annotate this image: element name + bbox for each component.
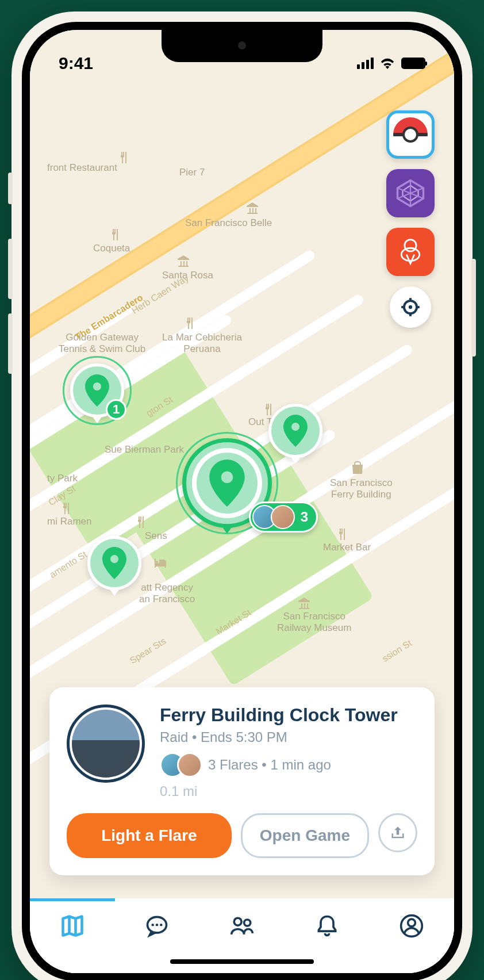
battery-icon bbox=[401, 58, 425, 69]
tab-notifications[interactable] bbox=[313, 912, 341, 940]
map-label: Coqueta bbox=[93, 243, 130, 254]
svg-point-20 bbox=[408, 919, 416, 927]
hotel-poi-icon bbox=[153, 556, 167, 570]
map-pin[interactable] bbox=[268, 404, 322, 458]
restaurant-poi-icon bbox=[59, 502, 72, 515]
friends-icon bbox=[229, 913, 255, 939]
cellular-signal-icon bbox=[357, 58, 374, 69]
museum-poi-icon bbox=[245, 201, 259, 215]
shopping-poi-icon bbox=[351, 461, 364, 475]
tab-map[interactable] bbox=[59, 912, 86, 940]
pin-marker-icon bbox=[102, 547, 127, 579]
crosshair-icon bbox=[400, 296, 421, 318]
status-time: 9:41 bbox=[59, 53, 93, 73]
phone-silence-switch bbox=[8, 173, 13, 204]
map-label: Sue Bierman Park bbox=[105, 444, 184, 455]
map-label: San Francisco Ferry Building bbox=[330, 477, 393, 501]
pokeball-icon bbox=[393, 117, 428, 152]
screen: 9:41 bbox=[30, 30, 454, 973]
flares-text: 3 Flares • 1 min ago bbox=[208, 757, 331, 773]
tab-chat[interactable] bbox=[143, 912, 171, 940]
phone-power-button bbox=[471, 259, 476, 357]
map-label: mi Ramen bbox=[47, 516, 91, 527]
map-label: att Regency an Francisco bbox=[139, 582, 195, 606]
restaurant-poi-icon bbox=[182, 316, 196, 330]
bell-icon bbox=[314, 913, 340, 939]
map-label: Golden Gateway Tennis & Swim Club bbox=[59, 332, 145, 355]
open-game-button[interactable]: Open Game bbox=[241, 813, 369, 858]
museum-poi-icon bbox=[297, 596, 311, 610]
pikmin-bloom-button[interactable] bbox=[386, 228, 435, 276]
restaurant-poi-icon bbox=[335, 527, 348, 541]
map-label: La Mar Cebicheria Peruana bbox=[162, 332, 242, 355]
map-label: Pier 7 bbox=[179, 167, 205, 178]
map-label: San Francisco Belle bbox=[185, 217, 272, 229]
flare-avatars bbox=[160, 752, 202, 778]
phone-frame: 9:41 bbox=[11, 12, 473, 980]
map-pin-selected[interactable]: 3 bbox=[182, 438, 272, 528]
avatar bbox=[177, 752, 202, 778]
map-label: ty Park bbox=[47, 473, 78, 484]
pin-marker-icon bbox=[84, 374, 110, 407]
svg-point-18 bbox=[244, 920, 251, 926]
cluster-count: 3 bbox=[301, 509, 308, 525]
location-title: Ferry Building Clock Tower bbox=[160, 705, 417, 726]
map-pin[interactable] bbox=[87, 536, 141, 590]
restaurant-poi-icon bbox=[133, 515, 147, 529]
restaurant-poi-icon bbox=[116, 151, 130, 164]
tab-friends[interactable] bbox=[228, 912, 256, 940]
location-image bbox=[67, 705, 145, 783]
svg-point-5 bbox=[401, 248, 420, 261]
map-label: front Restaurant bbox=[47, 162, 117, 174]
map-icon bbox=[60, 913, 85, 939]
home-indicator[interactable] bbox=[170, 959, 314, 964]
svg-point-16 bbox=[160, 924, 163, 926]
avatar-cluster[interactable]: 3 bbox=[249, 502, 318, 533]
distance-text: 0.1 mi bbox=[160, 783, 417, 799]
location-subtitle: Raid • Ends 5:30 PM bbox=[160, 729, 417, 745]
profile-icon bbox=[399, 913, 424, 939]
tab-indicator bbox=[30, 898, 115, 901]
share-icon bbox=[390, 825, 406, 841]
svg-point-17 bbox=[234, 918, 241, 925]
share-button[interactable] bbox=[378, 813, 417, 852]
phone-volume-down bbox=[8, 313, 13, 374]
svg-point-6 bbox=[405, 240, 416, 251]
svg-point-15 bbox=[156, 924, 158, 926]
status-icons bbox=[357, 58, 425, 69]
map-label: San Francisco Railway Museum bbox=[277, 611, 351, 634]
pin-marker-icon bbox=[209, 460, 245, 507]
museum-poi-icon bbox=[176, 254, 190, 268]
svg-point-14 bbox=[152, 924, 154, 926]
pokemon-go-button[interactable] bbox=[386, 110, 435, 159]
map-label: Sens bbox=[145, 530, 167, 542]
notch bbox=[162, 30, 322, 62]
wifi-icon bbox=[379, 58, 395, 69]
pin-count-badge: 1 bbox=[106, 399, 126, 420]
ingress-icon bbox=[395, 178, 426, 209]
chat-icon bbox=[144, 913, 170, 939]
map-label: Market Bar bbox=[323, 542, 371, 553]
tab-profile[interactable] bbox=[398, 912, 425, 940]
light-flare-button[interactable]: Light a Flare bbox=[67, 813, 232, 858]
avatar bbox=[271, 505, 295, 529]
restaurant-poi-icon bbox=[107, 228, 121, 242]
game-shortcuts bbox=[386, 110, 435, 328]
svg-point-8 bbox=[409, 305, 412, 309]
phone-volume-up bbox=[8, 239, 13, 299]
map-pin[interactable]: 1 bbox=[70, 363, 124, 418]
locate-button[interactable] bbox=[390, 286, 431, 328]
pikmin-icon bbox=[395, 236, 426, 267]
ingress-button[interactable] bbox=[386, 169, 435, 217]
pin-marker-icon bbox=[283, 415, 308, 447]
location-detail-card: Ferry Building Clock Tower Raid • Ends 5… bbox=[49, 687, 435, 875]
